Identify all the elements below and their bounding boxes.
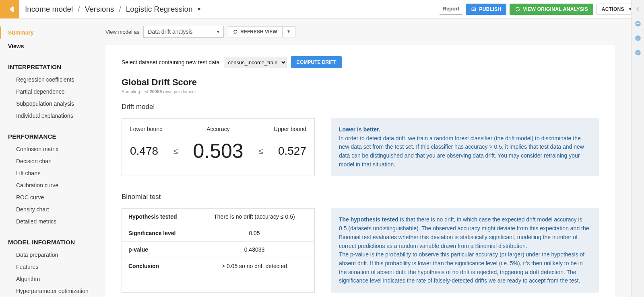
binomial-table: Hypothesis tested There is no drift (acc… xyxy=(122,208,315,293)
chat-circle-icon[interactable] xyxy=(634,49,642,56)
info-circle-icon[interactable]: i xyxy=(634,35,642,42)
accuracy-value: 0.503 xyxy=(193,139,243,163)
arrow-left-icon[interactable] xyxy=(634,6,642,13)
app-logo[interactable] xyxy=(0,0,19,18)
refresh-icon xyxy=(233,29,238,34)
sidebar-item-confusion-matrix[interactable]: Confusion matrix xyxy=(8,143,105,155)
breadcrumb-separator: / xyxy=(78,5,80,14)
drift-info-box: Lower is better. In order to detect data… xyxy=(331,118,599,176)
view-model-as-select[interactable]: Data drift analysis xyxy=(143,26,224,38)
dataset-select[interactable]: census_income_train xyxy=(224,57,287,68)
sidebar-item-individual-explanations[interactable]: Individual explanations xyxy=(8,110,105,122)
sampling-prefix: Sampling first xyxy=(122,89,150,94)
drift-info-body: In order to detect data drift, we train … xyxy=(339,135,584,168)
refresh-view-dropdown[interactable]: ▼ xyxy=(283,26,295,37)
upper-bound-value: 0.527 xyxy=(278,145,306,158)
svg-rect-0 xyxy=(10,6,14,12)
dataset-selector-label: Select dataset containing new test data xyxy=(122,59,220,66)
sidebar-heading-model-information: MODEL INFORMATION xyxy=(8,239,105,246)
topbar: Income model / Versions / Logistic Regre… xyxy=(0,0,644,18)
sidebar-item-features[interactable]: Features xyxy=(8,261,105,273)
drift-bounds-box: Lower bound Accuracy Upper bound 0.478 ≤… xyxy=(122,118,315,176)
sidebar-item-decision-chart[interactable]: Decision chart xyxy=(8,155,105,167)
binomial-val: 0.43033 xyxy=(201,246,308,253)
view-model-as-label: View model as xyxy=(105,29,139,35)
sidebar-item-density-chart[interactable]: Density chart xyxy=(8,203,105,215)
recycle-icon xyxy=(515,6,520,12)
binomial-info-lead: The hypothesis tested xyxy=(339,216,398,223)
sidebar-heading-performance: PERFORMANCE xyxy=(8,133,105,140)
table-row: Significance level 0.05 xyxy=(122,225,314,242)
bounds-labels: Lower bound Accuracy Upper bound xyxy=(130,126,306,132)
binomial-info-p2: The p-value is the probability to observ… xyxy=(339,251,584,284)
table-row: Hypothesis tested There is no drift (acc… xyxy=(122,209,314,225)
actions-label: ACTIONS xyxy=(602,6,624,12)
sampling-note: Sampling first 20088 rows per dataset xyxy=(122,89,599,94)
sidebar-item-lift-charts[interactable]: Lift charts xyxy=(8,167,105,179)
binomial-key: Significance level xyxy=(128,230,201,236)
binomial-key: p-value xyxy=(128,246,201,253)
bounds-values: 0.478 ≤ 0.503 ≤ 0.527 xyxy=(130,139,306,163)
drift-model-row: Lower bound Accuracy Upper bound 0.478 ≤… xyxy=(122,118,599,176)
binomial-val: There is no drift (accuracy ≤ 0.5) xyxy=(201,213,308,220)
view-original-label: VIEW ORIGINAL ANALYSIS xyxy=(523,6,588,12)
sidebar-item-subpopulation-analysis[interactable]: Subpopulation analysis xyxy=(8,98,105,110)
right-rail: i xyxy=(631,0,644,297)
table-row: Conclusion > 0.05 so no drift detected xyxy=(122,258,314,274)
main-content: View model as Data drift analysis REFRES… xyxy=(105,18,631,297)
leq-symbol: ≤ xyxy=(258,147,263,156)
sidebar: Summary Views INTERPRETATION Regression … xyxy=(0,18,105,297)
refresh-view-group: REFRESH VIEW ▼ xyxy=(228,26,295,37)
breadcrumb: Income model / Versions / Logistic Regre… xyxy=(25,5,201,14)
report-link[interactable]: Report xyxy=(440,3,463,15)
breadcrumb-item[interactable]: Income model xyxy=(25,5,73,14)
lower-bound-value: 0.478 xyxy=(130,145,158,158)
publish-button[interactable]: PUBLISH xyxy=(466,4,506,15)
svg-text:i: i xyxy=(637,36,638,41)
sidebar-item-summary[interactable]: Summary xyxy=(0,27,105,39)
main-layout: Summary Views INTERPRETATION Regression … xyxy=(0,18,644,297)
breadcrumb-item[interactable]: Versions xyxy=(85,5,114,14)
sidebar-item-algorithm[interactable]: Algorithm xyxy=(8,273,105,285)
accuracy-label: Accuracy xyxy=(206,126,230,132)
sidebar-item-calibration-curve[interactable]: Calibration curve xyxy=(8,179,105,191)
refresh-view-button[interactable]: REFRESH VIEW xyxy=(228,26,282,37)
lower-bound-label: Lower bound xyxy=(130,126,163,132)
sidebar-item-detailed-metrics[interactable]: Detailed metrics xyxy=(8,215,105,227)
sidebar-heading-interpretation: INTERPRETATION xyxy=(8,63,105,70)
drift-model-heading: Drift model xyxy=(122,103,599,111)
breadcrumb-item-current[interactable]: Logistic Regression ▼ xyxy=(126,5,202,14)
sidebar-item-roc-curve[interactable]: ROC curve xyxy=(8,191,105,203)
table-row: p-value 0.43033 xyxy=(122,242,314,258)
dataset-selector-row: Select dataset containing new test data … xyxy=(122,56,599,68)
drift-card: Select dataset containing new test data … xyxy=(105,45,615,297)
refresh-view-label: REFRESH VIEW xyxy=(240,29,277,35)
drift-info-lead: Lower is better. xyxy=(339,126,380,133)
app-logo-icon xyxy=(5,5,14,14)
svg-point-5 xyxy=(635,50,641,55)
leq-symbol: ≤ xyxy=(173,147,178,156)
sampling-suffix: rows per dataset xyxy=(162,89,196,94)
binomial-key: Conclusion xyxy=(128,263,201,269)
publish-label: PUBLISH xyxy=(479,6,501,12)
binomial-val: 0.05 xyxy=(201,230,308,236)
global-drift-title: Global Drift Score xyxy=(122,77,599,88)
topbar-actions: Report PUBLISH VIEW ORIGINAL ANALYSIS AC… xyxy=(440,3,644,15)
sidebar-item-regression-coefficients[interactable]: Regression coefficients xyxy=(8,74,105,86)
breadcrumb-separator: / xyxy=(119,5,121,14)
plus-circle-icon[interactable] xyxy=(634,20,642,27)
sampling-count: 20088 xyxy=(150,89,162,94)
publish-icon xyxy=(471,6,477,12)
binomial-key: Hypothesis tested xyxy=(128,213,201,220)
sidebar-item-views[interactable]: Views xyxy=(8,40,105,52)
compute-drift-button[interactable]: COMPUTE DRIFT xyxy=(291,56,342,68)
sidebar-item-hyperparameter-optimization[interactable]: Hyperparameter optimization xyxy=(8,285,105,297)
sidebar-item-partial-dependence[interactable]: Partial dependence xyxy=(8,86,105,98)
view-original-analysis-button[interactable]: VIEW ORIGINAL ANALYSIS xyxy=(510,4,593,15)
binomial-info-box: The hypothesis tested is that there is n… xyxy=(331,208,599,293)
breadcrumb-current-label: Logistic Regression xyxy=(126,5,193,14)
binomial-row: Hypothesis tested There is no drift (acc… xyxy=(122,208,599,293)
view-model-as-row: View model as Data drift analysis REFRES… xyxy=(105,26,615,38)
binomial-val: > 0.05 so no drift detected xyxy=(201,263,308,269)
sidebar-item-data-preparation[interactable]: Data preparation xyxy=(8,249,105,261)
